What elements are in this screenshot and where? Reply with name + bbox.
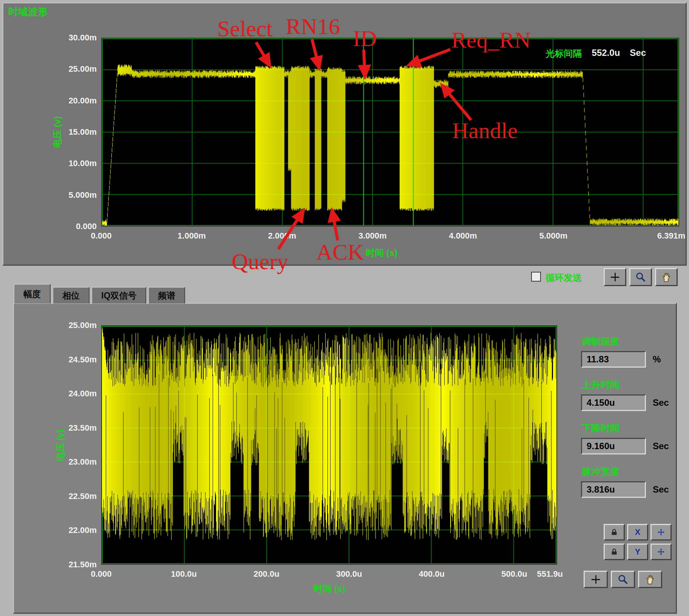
tab-phase[interactable]: 相位 xyxy=(53,287,90,303)
tab-bar: 幅度 相位 IQ双信号 频谱 xyxy=(14,284,185,303)
waveform-trace xyxy=(102,65,678,226)
x-tick-551.9u: 551.9u xyxy=(537,569,563,579)
y-tick-25.00m: 25.00m xyxy=(59,320,97,330)
pan-tool-button[interactable] xyxy=(655,268,678,286)
modulation-depth-value: 11.83 xyxy=(581,351,646,368)
y-tick-30.00m: 30.00m xyxy=(59,33,97,43)
y-tick-22.50m: 22.50m xyxy=(59,491,97,501)
rise-time-number: 4.150u xyxy=(587,397,615,408)
y-scale-format-button[interactable]: Y xyxy=(627,544,648,560)
annotation-select: Select xyxy=(217,16,273,42)
x-tick-0.000: 0.000 xyxy=(91,569,111,579)
fall-time-number: 9.160u xyxy=(587,441,615,451)
x-tick-2.000m: 2.000m xyxy=(268,231,296,241)
y-scale-letter: Y xyxy=(635,547,641,557)
lock-icon xyxy=(610,528,618,536)
tab-spectrum-label: 频谱 xyxy=(158,290,175,302)
bottom-y-axis-label: 电压 (v) xyxy=(54,430,66,461)
zoom-tool-button[interactable] xyxy=(629,268,652,286)
y-tick-10.00m: 10.00m xyxy=(59,159,97,168)
pulse-width-label: 脉冲宽度 xyxy=(582,465,619,478)
time-domain-plot[interactable]: 光标间隔 552.0u Sec xyxy=(101,38,679,226)
tab-iq-signal-label: IQ双信号 xyxy=(101,290,136,302)
loop-send-checkbox[interactable] xyxy=(531,272,541,282)
time-domain-title: 时域波形 xyxy=(8,5,48,18)
annotation-rn16: RN16 xyxy=(286,14,340,40)
y-tick-25.00m: 25.00m xyxy=(59,64,97,74)
y-tick-0.000: 0.000 xyxy=(59,222,97,231)
tab-spectrum[interactable]: 频谱 xyxy=(148,287,185,303)
x-tick-4.000m: 4.000m xyxy=(449,231,477,241)
y-tick-24.00m: 24.00m xyxy=(59,389,97,399)
cursor-readout: 光标间隔 552.0u Sec xyxy=(546,48,646,60)
fall-time-unit: Sec xyxy=(653,441,669,451)
modulation-depth-unit: % xyxy=(653,354,661,365)
pulse-width-unit: Sec xyxy=(653,484,669,495)
tab-amplitude-label: 幅度 xyxy=(23,288,41,300)
fall-time-label: 下降时间 xyxy=(582,422,619,434)
cursor-readout-unit: Sec xyxy=(630,48,646,60)
grid-lines xyxy=(102,38,678,226)
y-tick-20.00m: 20.00m xyxy=(59,96,97,106)
tab-iq-signal[interactable]: IQ双信号 xyxy=(91,287,146,303)
x-scale-lock-button[interactable] xyxy=(604,524,625,541)
magnifier-icon xyxy=(617,574,629,585)
y-autoscale-button[interactable] xyxy=(650,544,672,560)
x-tick-0.000: 0.000 xyxy=(91,231,111,241)
annotation-id: ID xyxy=(353,26,377,52)
pan-tool-button-bottom[interactable] xyxy=(638,571,662,588)
rise-time-label: 上升时间 xyxy=(582,379,619,391)
bottom-x-axis-label: 时间 (s) xyxy=(314,583,345,595)
y-tick-21.50m: 21.50m xyxy=(59,560,97,570)
rise-time-unit: Sec xyxy=(653,397,669,408)
x-scale-format-button[interactable]: X xyxy=(627,524,648,541)
x-autoscale-icon xyxy=(657,528,665,536)
y-tick-23.00m: 23.00m xyxy=(59,457,97,467)
annotation-query: Query xyxy=(232,249,288,275)
pulse-width-value: 3.816u xyxy=(581,481,646,498)
modulation-depth-number: 11.83 xyxy=(587,354,609,365)
x-tick-5.000m: 5.000m xyxy=(539,231,568,241)
app-window: 时域波形 电压 (v) 时间 (s) 光标间隔 552.0u Sec 30.00… xyxy=(0,0,689,616)
y-autoscale-icon xyxy=(657,548,665,556)
crosshair-icon xyxy=(609,271,621,283)
lock-icon xyxy=(610,548,618,556)
annotation-req_rn: Req_RN xyxy=(451,27,531,53)
annotation-handle: Handle xyxy=(452,118,518,144)
zoom-tool-button-bottom[interactable] xyxy=(611,571,635,588)
pulse-width-number: 3.816u xyxy=(587,484,615,495)
x-tick-300.0u: 300.0u xyxy=(336,569,362,579)
x-tick-200.0u: 200.0u xyxy=(253,569,280,579)
modulation-depth-label: 调制深度 xyxy=(582,335,619,348)
y-tick-22.00m: 22.00m xyxy=(59,525,97,535)
loop-send-label: 循环发送 xyxy=(545,272,582,284)
annotation-ack: ACK xyxy=(316,239,364,265)
crosshair-icon xyxy=(590,574,601,585)
x-tick-400.0u: 400.0u xyxy=(419,569,445,579)
x-tick-1.000m: 1.000m xyxy=(178,231,206,241)
cursor-readout-value: 552.0u xyxy=(592,48,620,60)
tab-phase-label: 相位 xyxy=(62,290,80,302)
x-tick-100.0u: 100.0u xyxy=(171,569,197,579)
x-scale-letter: X xyxy=(635,527,641,537)
rise-time-value: 4.150u xyxy=(581,394,646,411)
cursor-tool-button[interactable] xyxy=(604,268,626,286)
y-tick-5.000m: 5.000m xyxy=(59,190,97,200)
y-scale-lock-button[interactable] xyxy=(604,544,625,560)
cursor-tool-button-bottom[interactable] xyxy=(584,571,608,588)
y-tick-24.50m: 24.50m xyxy=(59,355,97,365)
y-tick-15.00m: 15.00m xyxy=(59,127,97,137)
x-tick-6.391m: 6.391m xyxy=(657,231,686,241)
hand-icon xyxy=(661,271,672,283)
magnifier-icon xyxy=(635,271,646,283)
cursor-readout-label: 光标间隔 xyxy=(546,48,582,60)
x-tick-500.0u: 500.0u xyxy=(501,569,527,579)
y-tick-23.50m: 23.50m xyxy=(59,423,97,433)
x-autoscale-button[interactable] xyxy=(650,524,672,541)
hand-icon xyxy=(644,574,656,585)
amplitude-plot[interactable] xyxy=(101,325,557,565)
top-x-axis-label: 时间 (s) xyxy=(366,247,397,259)
fall-time-value: 9.160u xyxy=(581,438,646,454)
tab-amplitude[interactable]: 幅度 xyxy=(14,284,51,303)
